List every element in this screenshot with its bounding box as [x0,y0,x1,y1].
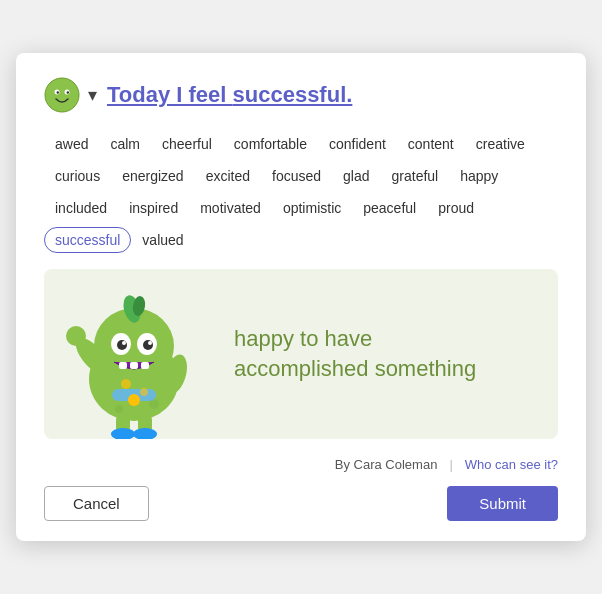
svg-point-30 [133,428,157,439]
svg-point-32 [140,388,148,396]
feeling-included[interactable]: included [44,195,118,221]
character-panel: happy to have accomplished something [44,269,558,439]
description-line1: happy to have [234,324,538,354]
footer-meta: By Cara Coleman | Who can see it? [44,457,558,472]
description-line2: accomplished something [234,354,538,384]
svg-point-11 [128,394,140,406]
feeling-grateful[interactable]: grateful [381,163,450,189]
svg-point-18 [143,340,153,350]
feelings-grid: awedcalmcheerfulcomfortableconfidentcont… [44,131,558,253]
emoji-icon [44,77,80,113]
feeling-happy[interactable]: happy [449,163,509,189]
feeling-energized[interactable]: energized [111,163,195,189]
feeling-cheerful[interactable]: cheerful [151,131,223,157]
feeling-inspired[interactable]: inspired [118,195,189,221]
dialog: ▾ Today I feel successful. awedcalmcheer… [16,53,586,541]
svg-rect-23 [141,362,149,369]
feeling-comfortable[interactable]: comfortable [223,131,318,157]
feeling-curious[interactable]: curious [44,163,111,189]
chevron-down-icon[interactable]: ▾ [88,84,97,106]
cancel-button[interactable]: Cancel [44,486,149,521]
feeling-focused[interactable]: focused [261,163,332,189]
feeling-valued[interactable]: valued [131,227,194,253]
monster-svg [54,274,214,439]
feeling-optimistic[interactable]: optimistic [272,195,352,221]
svg-point-3 [57,91,59,93]
svg-point-4 [67,91,69,93]
feeling-awed[interactable]: awed [44,131,99,157]
feeling-motivated[interactable]: motivated [189,195,272,221]
footer-actions: Cancel Submit [44,486,558,521]
svg-point-19 [122,341,126,345]
header: ▾ Today I feel successful. [44,77,558,113]
svg-rect-22 [130,362,138,369]
svg-point-31 [121,379,131,389]
svg-point-8 [115,405,123,413]
submit-button[interactable]: Submit [447,486,558,521]
svg-point-20 [148,341,152,345]
separator: | [449,457,452,472]
by-author: By Cara Coleman [335,457,438,472]
selected-feeling-label: successful. [233,82,353,107]
svg-rect-21 [119,362,127,369]
feeling-confident[interactable]: confident [318,131,397,157]
svg-point-17 [117,340,127,350]
character-description: happy to have accomplished something [224,304,558,403]
feeling-glad[interactable]: glad [332,163,380,189]
feeling-proud[interactable]: proud [427,195,485,221]
svg-point-26 [66,326,86,346]
feeling-creative[interactable]: creative [465,131,536,157]
character-image [44,269,224,439]
feeling-content[interactable]: content [397,131,465,157]
feeling-peaceful[interactable]: peaceful [352,195,427,221]
feeling-successful[interactable]: successful [44,227,131,253]
who-can-see-link[interactable]: Who can see it? [465,457,558,472]
header-title: Today I feel successful. [107,82,352,108]
feeling-calm[interactable]: calm [99,131,151,157]
feeling-excited[interactable]: excited [195,163,261,189]
svg-point-29 [111,428,135,439]
svg-point-0 [45,78,79,112]
